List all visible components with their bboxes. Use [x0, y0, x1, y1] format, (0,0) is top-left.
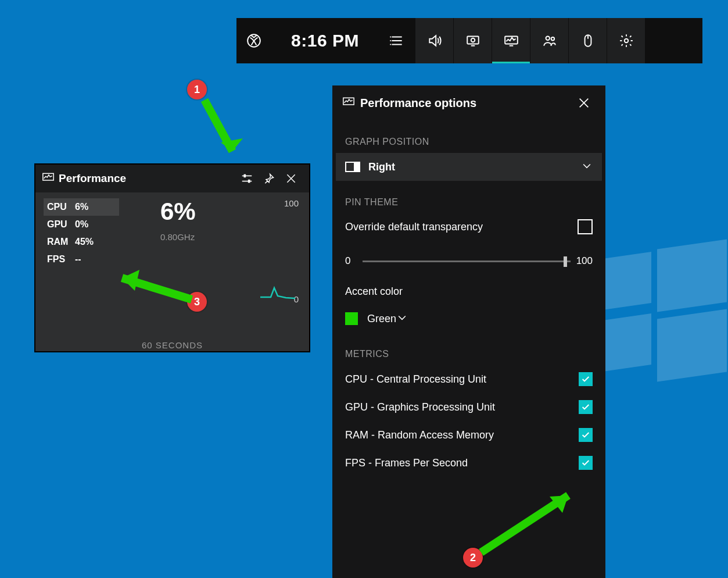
svg-point-16: [624, 39, 628, 43]
svg-point-12: [546, 36, 550, 40]
annotation-arrow-2: [475, 484, 591, 562]
performance-widget: Performance CPU 6% GPU 0% RAM 45%: [34, 163, 310, 352]
checkbox-checked[interactable]: [579, 372, 593, 386]
annotation-arrow-3: [105, 267, 203, 311]
metric-row-cpu[interactable]: CPU 6%: [44, 198, 119, 216]
chevron-down-icon: [581, 160, 593, 174]
svg-rect-17: [43, 173, 53, 180]
checkbox-checked[interactable]: [579, 456, 593, 470]
svg-rect-20: [244, 174, 246, 178]
svg-point-8: [471, 38, 475, 42]
metric-row-ram[interactable]: RAM 45%: [44, 233, 119, 251]
options-title: Performance options: [360, 97, 476, 110]
graph-x-label: 60 SECONDS: [35, 340, 309, 350]
performance-title: Performance: [59, 172, 126, 185]
audio-button[interactable]: [415, 18, 453, 63]
metric-toggle-fps[interactable]: FPS - Frames Per Second: [345, 449, 593, 477]
chevron-down-icon: [396, 312, 408, 326]
settings-button[interactable]: [607, 18, 645, 63]
close-icon[interactable]: [280, 167, 302, 190]
game-bar-topbar: 8:16 PM: [236, 18, 702, 63]
svg-rect-24: [343, 98, 354, 105]
svg-point-6: [390, 44, 391, 45]
metric-toggle-cpu[interactable]: CPU - Central Processing Unit: [345, 365, 593, 393]
graph-position-dropdown[interactable]: Right: [336, 153, 602, 181]
performance-button[interactable]: [492, 18, 530, 63]
override-transparency-row[interactable]: Override default transparency: [345, 213, 593, 240]
performance-monitor-icon: [343, 97, 354, 109]
slider-knob[interactable]: [564, 256, 567, 267]
svg-marker-32: [122, 270, 139, 291]
svg-point-5: [390, 40, 391, 41]
pin-icon[interactable]: [258, 167, 280, 190]
checkbox-checked[interactable]: [579, 400, 593, 414]
accent-swatch: [345, 312, 358, 325]
metric-row-fps[interactable]: FPS --: [44, 251, 119, 268]
section-heading-pin-theme: PIN THEME: [345, 197, 593, 208]
svg-point-4: [390, 36, 391, 37]
windows-logo: [594, 244, 728, 430]
svg-line-29: [481, 495, 568, 552]
svg-point-13: [551, 37, 554, 40]
capture-button[interactable]: [454, 18, 492, 63]
social-button[interactable]: [530, 18, 568, 63]
checkbox-checked[interactable]: [579, 428, 593, 442]
section-heading-graph-position: GRAPH POSITION: [345, 137, 593, 147]
performance-monitor-icon: [42, 173, 54, 184]
metric-toggle-gpu[interactable]: GPU - Graphics Processing Unit: [345, 393, 593, 421]
svg-rect-7: [467, 36, 479, 44]
clock: 8:16 PM: [271, 18, 379, 63]
mouse-button[interactable]: [569, 18, 607, 63]
accent-color-label: Accent color: [345, 286, 593, 298]
section-heading-metrics: METRICS: [345, 349, 593, 359]
transparency-slider[interactable]: 0 100: [345, 253, 593, 270]
svg-rect-21: [248, 180, 250, 183]
position-glyph-icon: [345, 162, 360, 172]
accent-color-dropdown[interactable]: Green: [345, 305, 593, 333]
annotation-arrow-1: [198, 93, 250, 171]
close-icon[interactable]: [573, 92, 595, 114]
xbox-icon[interactable]: [236, 18, 271, 63]
override-transparency-checkbox[interactable]: [578, 219, 593, 234]
metric-row-gpu[interactable]: GPU 0%: [44, 216, 119, 233]
widgets-list-button[interactable]: [379, 18, 415, 63]
metric-toggle-ram[interactable]: RAM - Random Access Memory: [345, 421, 593, 449]
metric-list: CPU 6% GPU 0% RAM 45% FPS --: [44, 198, 119, 268]
